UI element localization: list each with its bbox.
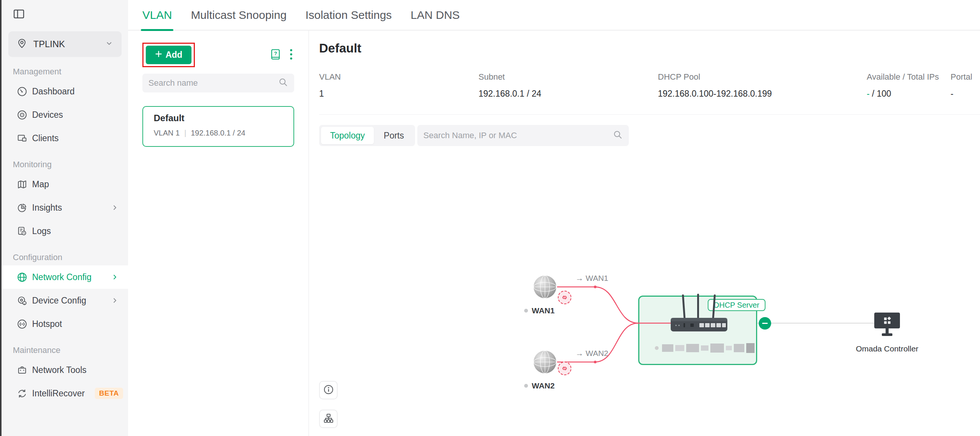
cell-subnet: 192.168.0.1 / 24 — [479, 89, 541, 99]
chevron-right-icon — [111, 203, 119, 212]
controller-label: Omada Controller — [855, 344, 919, 354]
sidebar-item-label: IntelliRecover — [32, 388, 84, 399]
logs-icon — [17, 226, 27, 236]
topology-search-input[interactable] — [423, 131, 613, 140]
sidebar-item-map[interactable]: Map — [2, 173, 128, 196]
sitemap-icon — [323, 413, 334, 425]
wan2-port-label: → WAN2 — [576, 349, 608, 358]
chevron-right-icon — [111, 273, 119, 281]
sidebar-item-label: Clients — [32, 133, 59, 143]
wan2-internet-node[interactable] — [533, 350, 557, 374]
hotspot-icon — [17, 319, 27, 329]
main-area: VLAN Multicast Snooping Isolation Settin… — [128, 0, 980, 436]
sidebar-item-label: Network Tools — [32, 365, 86, 375]
sidebar: TPLINK Management Dashboard Devices Clie… — [2, 0, 128, 436]
sidebar-item-label: Dashboard — [32, 86, 75, 97]
toggle-topology[interactable]: Topology — [321, 127, 374, 144]
wan1-port-label: → WAN1 — [576, 274, 608, 283]
sidebar-item-label: Map — [32, 179, 49, 190]
site-name: TPLINK — [33, 39, 99, 49]
beta-badge: BETA — [95, 388, 123, 399]
detail-title: Default — [319, 41, 361, 55]
topology-layout-button[interactable] — [319, 409, 337, 428]
vlan-detail-panel: Default VLAN Subnet DHCP Pool Available … — [309, 30, 980, 436]
toggle-ports[interactable]: Ports — [375, 127, 413, 144]
search-icon — [613, 130, 623, 141]
sidebar-item-label: Network Config — [32, 272, 91, 282]
site-selector[interactable]: TPLINK — [8, 31, 122, 57]
sidebar-item-label: Devices — [32, 110, 63, 120]
wan2-disconnected-icon — [558, 361, 571, 375]
gateway-device-name-redacted — [655, 342, 754, 354]
location-pin-icon — [17, 38, 27, 50]
wan1-internet-node[interactable] — [533, 275, 557, 299]
vlan-list-panel: Add ? — [128, 30, 309, 436]
collapse-sidebar-icon — [13, 14, 25, 21]
dashboard-icon — [17, 86, 27, 97]
monitor-icon — [872, 334, 903, 340]
col-header-dhcp-pool: DHCP Pool — [658, 72, 700, 82]
col-header-subnet: Subnet — [479, 72, 505, 82]
kebab-menu-icon[interactable] — [290, 48, 293, 62]
plus-icon — [155, 50, 162, 60]
status-dot — [655, 346, 659, 350]
tab-lan-dns[interactable]: LAN DNS — [410, 0, 460, 30]
topology-info-button[interactable] — [319, 381, 337, 400]
cell-portal: - — [951, 89, 954, 99]
tab-bar: VLAN Multicast Snooping Isolation Settin… — [128, 0, 980, 30]
vlan-card-meta: VLAN 1 | 192.168.0.1 / 24 — [154, 129, 293, 137]
wan1-disconnected-icon — [558, 291, 571, 304]
tab-vlan[interactable]: VLAN — [142, 0, 172, 30]
cell-vlan: 1 — [319, 89, 324, 99]
sidebar-item-label: Device Config — [32, 296, 86, 306]
device-config-icon — [17, 296, 27, 306]
view-toggle: Topology Ports — [319, 125, 415, 146]
sidebar-item-insights[interactable]: Insights — [2, 196, 128, 219]
status-dot — [524, 384, 528, 388]
sidebar-item-devices[interactable]: Devices — [2, 103, 128, 127]
tab-isolation-settings[interactable]: Isolation Settings — [305, 0, 391, 30]
network-config-icon — [17, 272, 27, 282]
svg-text:?: ? — [274, 50, 277, 56]
section-label-management: Management — [13, 67, 128, 77]
vlan-card-default[interactable]: Default VLAN 1 | 192.168.0.1 / 24 — [142, 106, 294, 147]
add-vlan-button[interactable]: Add — [146, 46, 191, 64]
chevron-down-icon — [105, 39, 113, 49]
sidebar-item-intellirecover[interactable]: IntelliRecover BETA — [2, 382, 128, 405]
col-header-portal: Portal — [951, 72, 972, 82]
cell-available-total: -/ 100 — [867, 89, 891, 99]
insights-icon — [17, 203, 27, 213]
collapse-branch-button[interactable] — [759, 317, 771, 330]
clients-icon — [17, 133, 27, 143]
vlan-search-input[interactable] — [148, 78, 278, 88]
info-icon — [323, 384, 334, 396]
minus-icon — [762, 323, 768, 324]
sidebar-item-clients[interactable]: Clients — [2, 127, 128, 150]
section-label-maintenance: Maintenance — [13, 346, 128, 355]
network-tools-icon — [17, 365, 27, 375]
status-dot — [524, 309, 528, 312]
section-label-monitoring: Monitoring — [13, 160, 128, 170]
map-icon — [17, 179, 27, 190]
sidebar-item-hotspot[interactable]: Hotspot — [2, 312, 128, 336]
intellirecover-icon — [17, 388, 27, 399]
help-book-icon[interactable]: ? — [270, 49, 281, 62]
vlan-card-name: Default — [154, 113, 293, 124]
sidebar-item-device-config[interactable]: Device Config — [2, 289, 128, 312]
topology-search — [417, 125, 629, 146]
sidebar-item-logs[interactable]: Logs — [2, 219, 128, 243]
sidebar-item-label: Insights — [32, 203, 62, 213]
sidebar-item-network-tools[interactable]: Network Tools — [2, 358, 128, 382]
sidebar-item-dashboard[interactable]: Dashboard — [2, 80, 128, 103]
divider — [319, 114, 980, 115]
sidebar-item-label: Hotspot — [32, 319, 62, 329]
omada-controller-node[interactable]: Omada Controller — [855, 312, 919, 354]
search-icon — [278, 78, 288, 89]
vlan-search — [142, 74, 294, 92]
wan2-node-label: WAN2 — [524, 381, 555, 390]
sidebar-item-network-config[interactable]: Network Config — [2, 265, 128, 289]
cell-dhcp-pool: 192.168.0.100-192.168.0.199 — [658, 89, 772, 99]
tab-multicast-snooping[interactable]: Multicast Snooping — [191, 0, 286, 30]
collapse-sidebar-button[interactable] — [13, 8, 25, 20]
gateway-router-node[interactable] — [668, 293, 730, 340]
